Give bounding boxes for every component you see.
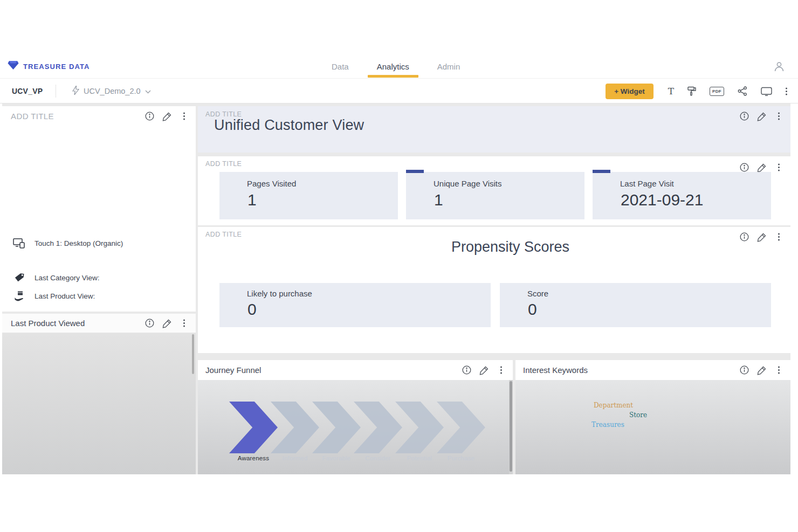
info-icon[interactable] <box>739 111 749 121</box>
edit-icon[interactable] <box>756 365 767 375</box>
keyword-cloud: Department Store Treasures <box>515 380 790 474</box>
keyword[interactable]: Store <box>629 411 647 419</box>
info-icon[interactable] <box>462 365 472 375</box>
brand-logo[interactable]: TREASURE DATA <box>8 54 90 79</box>
propensity-card-likely-to-purchase: Likely to purchase 0 <box>219 283 491 327</box>
metric-label: Unique Page Visits <box>406 172 584 188</box>
journey-funnel-chart: Awareness Informed Favorable Consider Po… <box>198 380 513 474</box>
funnel-stage-chevron <box>437 402 485 453</box>
present-icon[interactable] <box>761 87 772 96</box>
panel-title: Interest Keywords <box>523 365 588 375</box>
edit-icon[interactable] <box>162 318 172 328</box>
info-icon[interactable] <box>145 111 155 121</box>
funnel-scrollbar[interactable] <box>509 380 513 474</box>
devices-icon <box>13 238 26 249</box>
journey-funnel-panel: Journey Funnel Awareness Informed Favora… <box>198 360 513 474</box>
more-icon[interactable] <box>496 365 506 375</box>
edit-icon[interactable] <box>756 232 767 242</box>
primary-tabs: Data Analytics Admin <box>322 54 469 79</box>
funnel-stage-chevron <box>271 402 319 453</box>
brand-name: TREASURE DATA <box>23 63 90 71</box>
text-icon[interactable]: T <box>668 86 674 96</box>
dashboard-selector[interactable]: UCV_Demo_2.0 <box>72 79 151 103</box>
keyword[interactable]: Treasures <box>591 421 624 429</box>
dashboard-toolbar: UCV_VP UCV_Demo_2.0 + Widget T PDF <box>0 79 798 103</box>
metric-label: Pages Visited <box>219 172 398 188</box>
panel-title: Journey Funnel <box>205 365 261 375</box>
toolbar-divider <box>56 85 56 98</box>
tab-analytics[interactable]: Analytics <box>368 54 418 79</box>
metric-card-unique-page-visits: Unique Page Visits 1 <box>406 172 584 219</box>
more-icon[interactable] <box>774 232 784 242</box>
panel-title-placeholder[interactable]: ADD TITLE <box>205 160 242 168</box>
page-metrics-panel: ADD TITLE Pages Visited 1 Unique Page Vi… <box>198 156 790 225</box>
funnel-scrollbar-thumb[interactable] <box>510 381 512 472</box>
more-icon[interactable] <box>774 365 784 375</box>
add-widget-label: + Widget <box>614 87 645 95</box>
info-icon[interactable] <box>739 365 749 375</box>
info-icon[interactable] <box>739 162 749 172</box>
propensity-value: 0 <box>219 298 491 319</box>
attribute-last-category: Last Category View: <box>13 272 100 284</box>
panel-header-actions <box>739 162 784 172</box>
pdf-export-icon[interactable]: PDF <box>710 87 724 96</box>
keyword[interactable]: Department <box>594 402 633 409</box>
edit-icon[interactable] <box>162 111 172 121</box>
edit-icon[interactable] <box>756 111 767 121</box>
more-icon[interactable] <box>179 111 189 121</box>
propensity-label: Likely to purchase <box>219 283 491 298</box>
interest-keywords-panel: Interest Keywords Department Store Treas… <box>515 360 790 474</box>
product-icon <box>13 291 26 302</box>
workspace-name: UCV_VP <box>12 79 43 103</box>
attribute-label: Last Product View: <box>35 292 95 300</box>
info-icon[interactable] <box>739 232 749 242</box>
format-paint-icon[interactable] <box>687 86 696 96</box>
more-icon[interactable] <box>774 111 784 121</box>
info-icon[interactable] <box>145 318 155 328</box>
propensity-scores-panel: ADD TITLE Propensity Scores Likely to pu… <box>198 227 790 353</box>
metric-value: 1 <box>406 188 584 209</box>
attribute-last-product: Last Product View: <box>13 291 95 302</box>
more-icon[interactable] <box>774 162 784 172</box>
edit-icon[interactable] <box>479 365 489 375</box>
funnel-stage-chevron <box>312 402 361 453</box>
funnel-stage-chevron <box>229 402 278 453</box>
last-product-viewed-panel: Last Product Viewed <box>2 314 196 474</box>
metric-card-pages-visited: Pages Visited 1 <box>219 172 398 219</box>
treasure-data-diamond-icon <box>8 60 19 72</box>
funnel-stage-label: Purchase <box>435 455 487 461</box>
attribute-touch-channel: Touch 1: Desktop (Organic) <box>13 238 123 249</box>
tab-admin[interactable]: Admin <box>428 54 470 79</box>
edit-icon[interactable] <box>756 162 767 172</box>
add-widget-button[interactable]: + Widget <box>606 84 653 99</box>
top-navigation-bar: TREASURE DATA Data Analytics Admin <box>0 54 798 79</box>
toolbar-actions: + Widget T PDF <box>606 79 787 103</box>
pdf-label: PDF <box>710 87 724 96</box>
bolt-icon <box>72 86 79 96</box>
attribute-label: Last Category View: <box>35 274 100 282</box>
more-icon[interactable] <box>786 91 787 92</box>
funnel-stage-chevron <box>395 402 444 453</box>
panel-header-actions <box>145 318 189 328</box>
metric-label: Last Page Visit <box>593 172 771 188</box>
panel-title-placeholder[interactable]: ADD TITLE <box>205 231 242 238</box>
section-title: Propensity Scores <box>451 239 569 255</box>
propensity-label: Score <box>500 283 771 298</box>
propensity-card-score: Score 0 <box>500 283 771 327</box>
metric-value: 1 <box>219 188 398 209</box>
metric-card-last-page-visit: Last Page Visit 2021-09-21 <box>593 172 771 219</box>
share-icon[interactable] <box>738 86 747 96</box>
panel-header-actions <box>739 232 784 242</box>
dashboard-title: Unified Customer View <box>214 117 364 134</box>
tab-data[interactable]: Data <box>322 54 358 79</box>
panel-header-actions <box>145 111 189 121</box>
attribute-label: Touch 1: Desktop (Organic) <box>35 239 123 247</box>
user-profile-icon[interactable] <box>773 60 785 74</box>
panel-title-placeholder[interactable]: ADD TITLE <box>11 112 54 121</box>
panel-header-actions <box>462 365 506 375</box>
sidebar-scrollbar[interactable] <box>192 334 194 374</box>
propensity-value: 0 <box>500 298 771 319</box>
panel-header-actions <box>739 111 784 121</box>
more-icon[interactable] <box>179 318 189 328</box>
metric-value: 2021-09-21 <box>593 188 771 209</box>
